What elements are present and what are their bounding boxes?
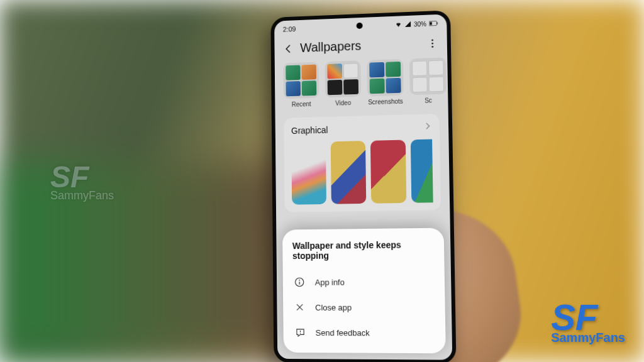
phone-frame: 2:09 30% Wallpapers bbox=[270, 10, 456, 362]
dialog-item-label: Close app bbox=[315, 302, 352, 312]
dialog-item-label: Send feedback bbox=[316, 327, 370, 337]
close-icon bbox=[294, 302, 306, 313]
watermark-left: SF SammyFans bbox=[50, 163, 114, 200]
phone-screen: 2:09 30% Wallpapers bbox=[274, 14, 452, 359]
svg-point-8 bbox=[299, 280, 300, 281]
watermark-name: SammyFans bbox=[50, 190, 114, 200]
watermark-right: SF SammyFans bbox=[551, 302, 625, 343]
watermark-name: SammyFans bbox=[551, 332, 625, 343]
crash-dialog: Wallpaper and style keeps stopping App i… bbox=[282, 228, 446, 354]
dialog-title: Wallpaper and style keeps stopping bbox=[292, 239, 434, 261]
app-info-button[interactable]: App info bbox=[292, 269, 435, 295]
dialog-item-label: App info bbox=[315, 277, 345, 287]
info-icon bbox=[294, 277, 305, 288]
close-app-button[interactable]: Close app bbox=[293, 294, 435, 320]
svg-point-10 bbox=[299, 332, 300, 333]
send-feedback-button[interactable]: Send feedback bbox=[293, 320, 435, 346]
feedback-icon bbox=[294, 327, 306, 338]
